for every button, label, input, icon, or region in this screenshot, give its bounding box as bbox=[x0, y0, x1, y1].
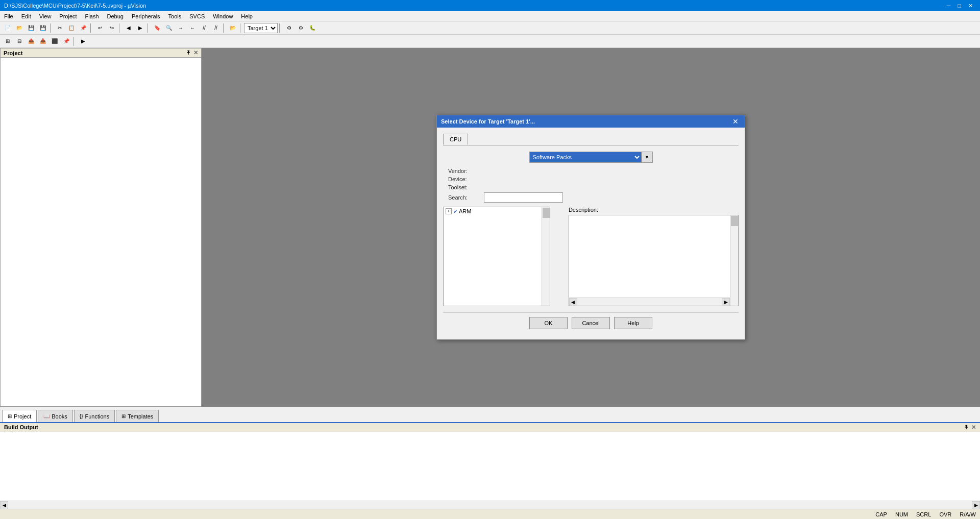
minimize-button[interactable]: ─ bbox=[944, 2, 954, 10]
separator-3 bbox=[119, 23, 121, 33]
tree-node-arm[interactable]: + ✔ ARM bbox=[444, 207, 550, 215]
menu-debug[interactable]: Debug bbox=[103, 12, 128, 20]
nav-back-button[interactable]: ◀ bbox=[123, 23, 134, 33]
tb2-btn2[interactable]: ⊟ bbox=[14, 36, 25, 46]
menu-svcs[interactable]: SVCS bbox=[185, 12, 209, 20]
desc-vscroll-thumb[interactable] bbox=[731, 216, 738, 226]
expand-arm-button[interactable]: + bbox=[446, 208, 452, 214]
menu-flash[interactable]: Flash bbox=[81, 12, 103, 20]
cancel-button[interactable]: Cancel bbox=[572, 317, 610, 329]
dialog-close-button[interactable]: ✕ bbox=[730, 117, 741, 126]
status-cap: CAP bbox=[875, 511, 887, 517]
tb2-btn6[interactable]: 📌 bbox=[61, 36, 72, 46]
build-output-title: Build Output bbox=[4, 424, 38, 431]
separator-2 bbox=[90, 23, 93, 33]
hscroll-left[interactable]: ◀ bbox=[569, 298, 577, 306]
hscroll-right[interactable]: ▶ bbox=[722, 298, 730, 306]
tb2-btn5[interactable]: ⬛ bbox=[49, 36, 60, 46]
copy-button[interactable]: 📋 bbox=[66, 23, 77, 33]
panels-row: + ✔ ARM Descr bbox=[443, 207, 739, 306]
tb2-btn4[interactable]: 📥 bbox=[37, 36, 48, 46]
tb2-btn1[interactable]: ⊞ bbox=[2, 36, 13, 46]
redo-button[interactable]: ↪ bbox=[106, 23, 117, 33]
templates-tab-icon: ⊞ bbox=[121, 413, 126, 419]
description-panel: ◀ ▶ bbox=[569, 215, 739, 306]
build-output-close[interactable]: ✕ bbox=[971, 424, 976, 431]
menu-view[interactable]: View bbox=[35, 12, 56, 20]
open-file-button[interactable]: 📂 bbox=[227, 23, 238, 33]
menu-project[interactable]: Project bbox=[55, 12, 81, 20]
nav-fwd-button[interactable]: ▶ bbox=[135, 23, 146, 33]
unindent-button[interactable]: ← bbox=[187, 23, 198, 33]
project-panel-close[interactable]: ✕ bbox=[193, 50, 198, 56]
device-source-dropdown[interactable]: Software Packs Legacy Devices bbox=[529, 152, 642, 163]
build-target-button[interactable]: ⚙ bbox=[283, 23, 295, 33]
separator-1 bbox=[50, 23, 53, 33]
desc-vscroll[interactable] bbox=[730, 215, 738, 306]
toolbar-main: 📄 📂 💾 💾 ✂ 📋 📌 ↩ ↪ ◀ ▶ 🔖 🔍 → ← // // 📂 Ta… bbox=[0, 21, 980, 35]
tb2-btn3[interactable]: 📤 bbox=[26, 36, 37, 46]
build-output-header: Build Output 🖈 ✕ bbox=[0, 423, 980, 432]
build-output-pin[interactable]: 🖈 bbox=[964, 424, 969, 431]
debug-button[interactable]: 🐛 bbox=[307, 23, 318, 33]
books-tab-label: Books bbox=[52, 413, 67, 419]
separator-4 bbox=[148, 23, 150, 33]
menu-edit[interactable]: Edit bbox=[17, 12, 35, 20]
search-label: Search: bbox=[448, 194, 484, 201]
vendor-label: Vendor: bbox=[448, 168, 484, 174]
device-tree-vscroll[interactable] bbox=[542, 207, 550, 306]
comment-button[interactable]: // bbox=[199, 23, 210, 33]
menu-help[interactable]: Help bbox=[237, 12, 257, 20]
find-button[interactable]: 🔍 bbox=[163, 23, 175, 33]
search-input[interactable] bbox=[484, 192, 563, 203]
separator-7 bbox=[279, 23, 282, 33]
cut-button[interactable]: ✂ bbox=[54, 23, 65, 33]
toolset-row: Toolset: bbox=[448, 184, 739, 190]
indent-button[interactable]: → bbox=[175, 23, 186, 33]
save-button[interactable]: 💾 bbox=[26, 23, 37, 33]
project-tab-icon: ⊞ bbox=[8, 413, 12, 419]
tb2-btn7[interactable]: ▶ bbox=[78, 36, 89, 46]
functions-tab-label: Functions bbox=[85, 413, 110, 419]
bookmark-button[interactable]: 🔖 bbox=[152, 23, 163, 33]
project-panel-pin[interactable]: 🖈 bbox=[186, 50, 191, 56]
menu-tools[interactable]: Tools bbox=[164, 12, 186, 20]
open-button[interactable]: 📂 bbox=[14, 23, 25, 33]
project-panel-header: Project 🖈 ✕ bbox=[1, 48, 201, 58]
device-row: Device: bbox=[448, 176, 739, 182]
build-all-button[interactable]: ⚙ bbox=[295, 23, 306, 33]
dropdown-arrow-button[interactable]: ▼ bbox=[642, 152, 653, 163]
undo-button[interactable]: ↩ bbox=[94, 23, 106, 33]
paste-button[interactable]: 📌 bbox=[78, 23, 89, 33]
arm-label: ARM bbox=[459, 208, 471, 214]
content-area: Select Device for Target 'Target 1'... ✕… bbox=[202, 48, 980, 407]
menu-window[interactable]: Window bbox=[209, 12, 237, 20]
ok-button[interactable]: OK bbox=[529, 317, 568, 329]
description-label: Description: bbox=[569, 207, 739, 213]
build-hscroll-right[interactable]: ▶ bbox=[972, 501, 980, 509]
tab-cpu[interactable]: CPU bbox=[443, 134, 468, 145]
save-all-button[interactable]: 💾 bbox=[37, 23, 48, 33]
new-file-button[interactable]: 📄 bbox=[2, 23, 13, 33]
dialog-buttons: OK Cancel Help bbox=[443, 312, 739, 333]
separator-6 bbox=[240, 23, 242, 33]
help-button[interactable]: Help bbox=[614, 317, 652, 329]
device-tree-panel: + ✔ ARM bbox=[443, 207, 550, 306]
menu-peripherals[interactable]: Peripherals bbox=[128, 12, 164, 20]
build-hscroll[interactable]: ◀ ▶ bbox=[0, 501, 980, 509]
tab-books[interactable]: 📖 Books bbox=[38, 410, 73, 422]
dialog-overlay: Select Device for Target 'Target 1'... ✕… bbox=[202, 48, 980, 407]
build-hscroll-left[interactable]: ◀ bbox=[0, 501, 8, 509]
tab-project[interactable]: ⊞ Project bbox=[2, 410, 37, 422]
uncomment-button[interactable]: // bbox=[210, 23, 222, 33]
select-device-dialog: Select Device for Target 'Target 1'... ✕… bbox=[436, 115, 745, 340]
close-button[interactable]: ✕ bbox=[965, 2, 976, 10]
desc-hscroll[interactable]: ◀ ▶ bbox=[569, 298, 730, 306]
vscroll-thumb[interactable] bbox=[543, 208, 550, 218]
tab-templates[interactable]: ⊞ Templates bbox=[116, 410, 159, 422]
tab-functions[interactable]: {} Functions bbox=[74, 410, 115, 422]
project-panel: Project 🖈 ✕ bbox=[0, 48, 202, 407]
target-dropdown[interactable]: Target 1 bbox=[244, 23, 278, 33]
maximize-button[interactable]: □ bbox=[954, 2, 964, 10]
menu-file[interactable]: File bbox=[0, 12, 17, 20]
